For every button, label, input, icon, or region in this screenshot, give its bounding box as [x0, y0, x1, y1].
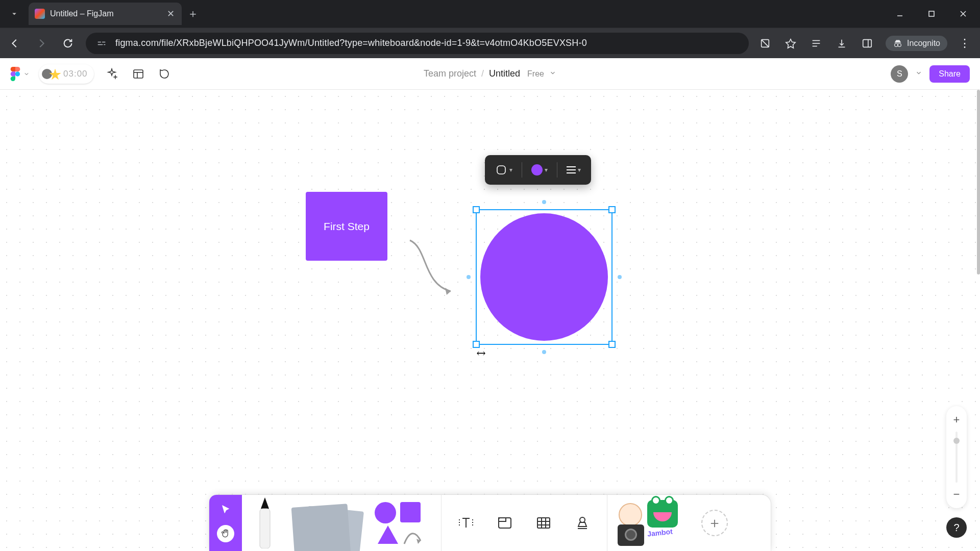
more-tools-button[interactable]: ＋ — [701, 510, 728, 536]
window-maximize-button[interactable] — [917, 3, 946, 25]
sticky-note-tool[interactable] — [288, 497, 364, 548]
widgets-tool[interactable]: Jambot — [618, 500, 684, 546]
new-tab-button[interactable]: ＋ — [182, 6, 204, 21]
selection-context-toolbar: ▾ ▾ ▾ — [485, 155, 591, 185]
svg-rect-21 — [134, 70, 143, 78]
chevron-down-icon: ▾ — [509, 166, 512, 173]
timer-icon — [42, 66, 60, 82]
share-button[interactable]: Share — [929, 65, 970, 83]
resize-handle-top-right[interactable] — [608, 206, 616, 213]
url-text: figma.com/file/XRxbBjeWLbiQHPOO41JyWm/Un… — [115, 38, 587, 48]
circle-icon — [375, 502, 396, 523]
figma-main-menu[interactable] — [10, 67, 30, 81]
ctx-divider — [557, 162, 557, 178]
selection-bounding-box[interactable] — [476, 209, 612, 345]
install-app-icon[interactable] — [758, 36, 772, 51]
hand-tool[interactable] — [217, 525, 234, 542]
drawing-tools-section — [242, 495, 441, 551]
widgets-section: Jambot ＋ — [607, 495, 738, 551]
sticky-icon — [291, 504, 351, 551]
breadcrumb-project[interactable]: Team project — [424, 68, 476, 79]
window-close-button[interactable] — [948, 3, 978, 25]
connector-arrow[interactable] — [407, 238, 458, 299]
window-minimize-button[interactable] — [885, 3, 915, 25]
connector-icon — [402, 529, 423, 546]
plan-chevron-icon[interactable] — [549, 68, 556, 79]
panel-icon — [132, 68, 144, 80]
tab-search-button[interactable] — [3, 3, 26, 25]
color-swatch-icon — [531, 164, 543, 176]
jambot-sticker-icon: Jambot — [647, 527, 673, 538]
text-tool[interactable] — [452, 509, 480, 537]
ctx-divider — [522, 162, 522, 178]
figma-favicon-icon — [35, 9, 45, 19]
zoom-out-button[interactable]: − — [948, 486, 965, 503]
browser-tab-title: Untitled – FigJam — [50, 9, 162, 18]
svg-line-9 — [762, 39, 769, 47]
breadcrumb-file[interactable]: Untitled — [489, 68, 520, 79]
user-avatar[interactable]: S — [891, 65, 908, 83]
resize-handle-bottom-left[interactable] — [473, 341, 480, 348]
connector-handle-left[interactable] — [467, 275, 471, 279]
svg-rect-1 — [929, 11, 934, 16]
svg-rect-35 — [537, 518, 550, 528]
browser-tab[interactable]: Untitled – FigJam ✕ — [29, 3, 182, 25]
ctx-text-align[interactable]: ▾ — [564, 166, 584, 173]
align-lines-icon — [567, 166, 576, 173]
forward-button[interactable] — [33, 35, 50, 52]
downloads-icon[interactable] — [835, 36, 849, 51]
timer-button[interactable]: 03:00 — [39, 64, 94, 84]
svg-marker-10 — [786, 39, 795, 47]
ctx-shape-picker[interactable]: ▾ — [492, 164, 516, 176]
comments-button[interactable] — [156, 65, 174, 83]
tab-close-button[interactable]: ✕ — [167, 8, 175, 19]
stamp-tool[interactable] — [568, 509, 597, 537]
connector-handle-top[interactable] — [542, 200, 546, 204]
layout-tools-section — [442, 495, 607, 551]
shape-rectangle-first-step[interactable]: First Step — [306, 192, 387, 261]
browser-menu-button[interactable]: ⋮ — [959, 37, 971, 50]
back-button[interactable] — [6, 35, 23, 52]
zoom-slider-thumb[interactable] — [953, 438, 960, 444]
reading-list-icon[interactable] — [809, 36, 823, 51]
address-bar[interactable]: figma.com/file/XRxbBjeWLbiQHPOO41JyWm/Un… — [86, 33, 749, 54]
marker-tool[interactable] — [252, 497, 278, 548]
table-tool[interactable] — [529, 509, 558, 537]
bookmark-star-icon[interactable] — [783, 36, 798, 51]
reload-button[interactable] — [59, 35, 77, 52]
connector-handle-bottom[interactable] — [542, 350, 546, 354]
connector-handle-right[interactable] — [618, 275, 622, 279]
panel-toggle-button[interactable] — [130, 65, 147, 83]
svg-rect-4 — [98, 41, 102, 42]
svg-rect-5 — [102, 41, 106, 42]
resize-handle-bottom-right[interactable] — [608, 341, 616, 348]
site-settings-icon[interactable] — [95, 37, 108, 50]
side-panel-icon[interactable] — [860, 36, 874, 51]
canvas[interactable]: First Step ⤢ ▾ ▾ ▾ — [0, 90, 980, 551]
rounded-square-icon — [495, 164, 507, 176]
ctx-color-picker[interactable]: ▾ — [528, 164, 551, 176]
help-button[interactable]: ? — [946, 517, 967, 538]
ai-actions-button[interactable] — [103, 65, 120, 83]
resize-handle-top-left[interactable] — [473, 206, 480, 213]
camera-sticker-icon — [618, 524, 644, 546]
frog-sticker-icon — [647, 500, 678, 528]
chevron-down-icon: ▾ — [578, 166, 581, 173]
select-tool[interactable] — [220, 504, 231, 517]
svg-rect-6 — [98, 44, 103, 45]
incognito-label: Incognito — [907, 39, 940, 48]
vertical-scrollbar[interactable] — [977, 90, 980, 274]
incognito-indicator[interactable]: Incognito — [886, 36, 947, 51]
shapes-tool[interactable] — [375, 500, 431, 546]
svg-point-18 — [895, 43, 898, 46]
zoom-slider[interactable] — [955, 432, 958, 483]
browser-titlebar: Untitled – FigJam ✕ ＋ — [0, 0, 980, 28]
plan-badge[interactable]: Free — [527, 69, 544, 79]
zoom-in-button[interactable]: + — [948, 411, 965, 429]
select-tool-group — [209, 495, 242, 551]
zoom-control: + − — [946, 406, 967, 508]
avatar-chevron-icon[interactable] — [915, 69, 922, 79]
svg-point-20 — [15, 71, 20, 76]
section-tool[interactable] — [491, 509, 519, 537]
square-icon — [400, 502, 421, 522]
